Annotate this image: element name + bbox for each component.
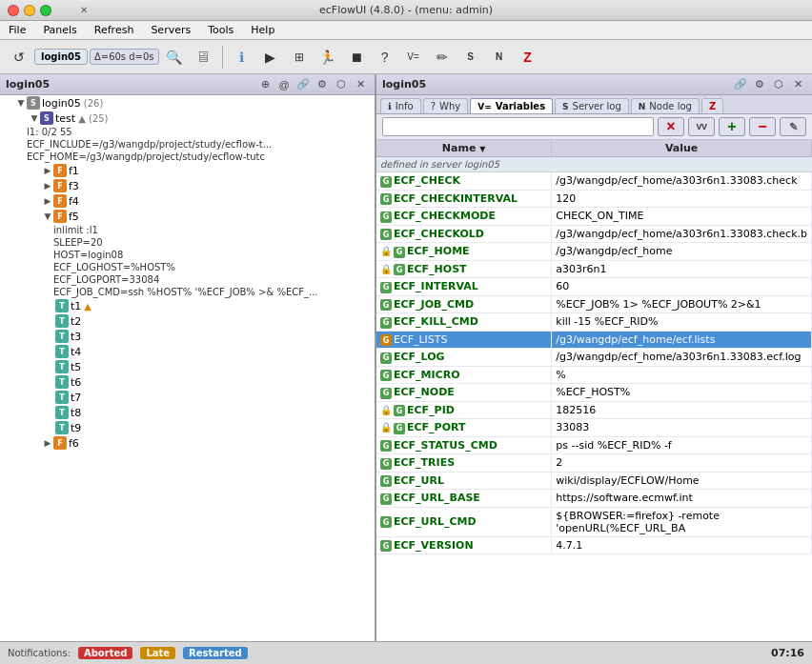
suite-test[interactable]: ▼ S test ▲ (25) <box>0 111 375 126</box>
add-variable-button[interactable]: + <box>719 117 745 136</box>
task-t2[interactable]: T t2 <box>0 313 375 329</box>
task-t5[interactable]: T t5 <box>0 359 375 374</box>
search-button[interactable]: 🔍 <box>161 44 188 70</box>
person-button[interactable]: 🏃 <box>315 44 341 70</box>
window-controls[interactable] <box>8 5 51 16</box>
table-row[interactable]: GECF_TRIES 2 <box>376 454 812 473</box>
info-circle-button[interactable]: ℹ <box>229 44 255 70</box>
restarted-badge[interactable]: Restarted <box>183 647 248 659</box>
task-icon: T <box>55 375 69 389</box>
at-button[interactable]: @ <box>275 76 293 93</box>
task-t1[interactable]: T t1 ▲ <box>0 298 375 313</box>
aborted-badge[interactable]: Aborted <box>78 647 132 659</box>
table-row[interactable]: GECF_CHECK /g3/wangdp/ecf_home/a303r6n1.… <box>376 172 812 191</box>
table-row[interactable]: 🔒GECF_PID 182516 <box>376 401 812 419</box>
family-f4[interactable]: ▶ F f4 <box>0 193 375 209</box>
log-button[interactable]: V= <box>400 44 427 70</box>
right-settings-button[interactable]: ⚙ <box>751 76 768 93</box>
refresh-button[interactable]: ↺ <box>6 44 32 70</box>
undock-button[interactable]: ⬡ <box>333 76 350 93</box>
task-t3[interactable]: T t3 <box>0 329 375 344</box>
tree-area[interactable]: ▼ S login05 (26) ▼ S test ▲ (25) l1: 0/2… <box>0 95 375 641</box>
family-f6[interactable]: ▶ F f6 <box>0 435 375 451</box>
task-t6[interactable]: T t6 <box>0 374 375 390</box>
table-row[interactable]: 🔒GECF_HOME /g3/wangdp/ecf_home <box>376 243 812 261</box>
table-row[interactable]: GECF_INTERVAL 60 <box>376 278 812 296</box>
link-button[interactable]: 🔗 <box>294 76 312 93</box>
vv-button[interactable]: VV <box>688 117 715 136</box>
table-row[interactable]: GECF_CHECKMODE CHECK_ON_TIME <box>376 208 812 226</box>
right-undock-button[interactable]: ⬡ <box>770 76 787 93</box>
menu-tools[interactable]: Tools <box>203 22 238 38</box>
clear-filter-button[interactable]: × <box>658 117 684 136</box>
suite-label: test <box>55 112 75 125</box>
tab-nodelog[interactable]: N Node log <box>631 98 700 113</box>
task-t7[interactable]: T t7 <box>0 390 375 405</box>
vars-tab-icon: V= <box>477 102 492 111</box>
edit-variable-button[interactable]: ✎ <box>780 117 806 136</box>
gen-badge: G <box>380 458 392 470</box>
family-f1[interactable]: ▶ F f1 <box>0 163 375 178</box>
grid-button[interactable]: ⊞ <box>286 44 313 70</box>
server-node[interactable]: ▼ S login05 (26) <box>0 95 375 111</box>
delete-variable-button[interactable]: − <box>749 117 776 136</box>
table-row[interactable]: GECF_LOG /g3/wangdp/ecf_home/a303r6n1.33… <box>376 349 812 367</box>
minimize-button[interactable] <box>24 5 35 16</box>
table-row[interactable]: GECF_NODE %ECF_HOST% <box>376 384 812 402</box>
var-value: 4.7.1 <box>552 536 812 554</box>
filter-input[interactable] <box>382 117 654 136</box>
right-close-button[interactable]: ✕ <box>789 76 806 93</box>
server-badge[interactable]: login05 <box>34 49 88 65</box>
table-row[interactable]: GECF_URL_BASE https://software.ecmwf.int <box>376 490 812 508</box>
maximize-button[interactable] <box>40 5 51 16</box>
task-t8[interactable]: T t8 <box>0 405 375 420</box>
table-row[interactable]: GECF_CHECKINTERVAL 120 <box>376 190 812 208</box>
tab-variables[interactable]: V= Variables <box>470 98 553 113</box>
close-button[interactable] <box>8 5 19 16</box>
tab-extra[interactable]: Z <box>701 98 723 113</box>
gen-badge: G <box>380 475 392 487</box>
task-t4[interactable]: T t4 <box>0 344 375 359</box>
menu-servers[interactable]: Servers <box>146 22 195 38</box>
late-badge[interactable]: Late <box>140 647 175 659</box>
var-value: /g3/wangdp/ecf_home <box>552 243 812 261</box>
info-button[interactable]: 🖥 <box>190 44 216 70</box>
family-icon: F <box>53 179 67 192</box>
task-t9[interactable]: T t9 <box>0 420 375 435</box>
settings-button[interactable]: ⚙ <box>314 76 331 93</box>
menu-refresh[interactable]: Refresh <box>90 22 139 38</box>
right-link-button[interactable]: 🔗 <box>732 76 749 93</box>
table-row[interactable]: 🔒GECF_PORT 33083 <box>376 419 812 437</box>
table-row[interactable]: GECF_URL_CMD ${BROWSER:=firefox} -remote… <box>376 507 812 536</box>
table-row[interactable]: GECF_CHECKOLD /g3/wangdp/ecf_home/a303r6… <box>376 225 812 243</box>
table-row[interactable]: GECF_JOB_CMD %ECF_JOB% 1> %ECF_JOBOUT% 2… <box>376 295 812 313</box>
table-row[interactable]: GECF_MICRO % <box>376 366 812 384</box>
table-row[interactable]: GECF_VERSION 4.7.1 <box>376 536 812 554</box>
node-button[interactable]: N <box>486 44 513 70</box>
stop-button[interactable]: ⏹ <box>343 44 370 70</box>
menu-file[interactable]: File <box>4 22 30 38</box>
name-column-header[interactable]: Name <box>376 140 552 157</box>
family-f5[interactable]: ▼ F f5 <box>0 209 375 224</box>
tab-info[interactable]: ℹ Info <box>380 98 421 113</box>
tab-serverlog[interactable]: S Server log <box>555 98 629 113</box>
family-f3[interactable]: ▶ F f3 <box>0 178 375 193</box>
edit-button[interactable]: ✏ <box>429 44 456 70</box>
table-row[interactable]: GECF_STATUS_CMD ps --sid %ECF_RID% -f <box>376 436 812 454</box>
close-panel-button[interactable]: ✕ <box>352 76 369 93</box>
add-panel-button[interactable]: ⊕ <box>256 76 274 93</box>
question-button[interactable]: ? <box>372 44 398 70</box>
table-row[interactable]: GECF_URL wiki/display/ECFLOW/Home <box>376 472 812 490</box>
server-button[interactable]: S <box>457 44 484 70</box>
variables-table[interactable]: Name Value defined in server login05 GEC… <box>376 140 812 641</box>
table-row[interactable]: GECF_LISTS /g3/wangdp/ecf_home/ecf.lists <box>376 331 812 349</box>
tab-why[interactable]: ? Why <box>423 98 468 113</box>
table-row[interactable]: 🔒GECF_HOST a303r6n1 <box>376 260 812 278</box>
z-button[interactable]: Z <box>515 44 541 70</box>
menu-panels[interactable]: Panels <box>38 22 81 38</box>
menu-help[interactable]: Help <box>246 22 279 38</box>
table-row[interactable]: GECF_KILL_CMD kill -15 %ECF_RID% <box>376 313 812 332</box>
play-button[interactable]: ▶ <box>257 44 284 70</box>
action-group: ℹ ▶ ⊞ 🏃 ⏹ ? V= ✏ S N Z <box>229 44 541 70</box>
tab-why-label: Why <box>439 101 460 111</box>
